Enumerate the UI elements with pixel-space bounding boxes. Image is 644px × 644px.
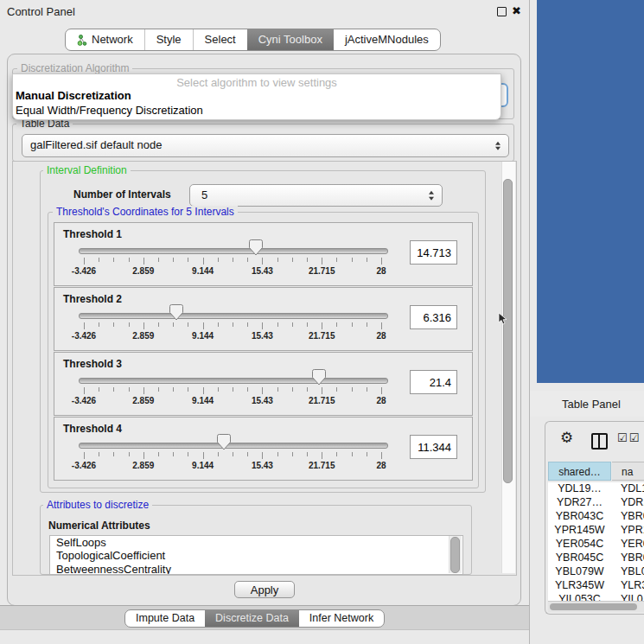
slider-tick — [188, 387, 188, 392]
table-row[interactable]: YBL079WYBL0 — [548, 565, 644, 579]
slider-track[interactable] — [79, 313, 388, 319]
slider-tick — [218, 258, 219, 262]
thresholds-group-label: Threshold's Coordinates for 5 Intervals — [53, 206, 238, 218]
slider-tick — [292, 322, 293, 327]
top-tab-bar: NetworkStyleSelectCyni ToolboxjActiveMNo… — [65, 29, 441, 51]
num-intervals-spinner[interactable]: 5 — [189, 184, 443, 207]
numerical-attributes-list[interactable]: SelfLoopsTopologicalCoefficientBetweenne… — [49, 535, 463, 575]
slider-track[interactable] — [79, 248, 388, 254]
slider-tick — [158, 258, 159, 262]
slider-tick-label: -3.426 — [58, 266, 110, 276]
slider-handle[interactable] — [217, 434, 231, 450]
cell-shared-name: YER054C — [548, 538, 611, 552]
column-header-shared-name[interactable]: shared… — [548, 462, 611, 481]
slider-tick — [203, 387, 204, 394]
apply-button[interactable]: Apply — [234, 581, 295, 598]
slider-tick — [99, 452, 99, 456]
slider-tick — [84, 322, 85, 329]
table-row[interactable]: YER054CYER0 — [548, 538, 644, 552]
settings-scrollbar-thumb[interactable] — [503, 179, 513, 483]
tab-select[interactable]: Select — [193, 29, 247, 50]
slider-tick — [307, 258, 308, 262]
tab-cyni-toolbox[interactable]: Cyni Toolbox — [247, 29, 334, 50]
slider-tick — [99, 322, 99, 327]
gear-icon[interactable]: ⚙ — [560, 429, 573, 446]
slider-handle[interactable] — [312, 369, 326, 386]
algorithm-group-label: Discretization Algorithm — [17, 62, 132, 74]
slider-tick — [367, 258, 367, 262]
table-row[interactable]: YLR345WYLR3 — [548, 579, 644, 593]
table-row[interactable]: YDR27…YDR2 — [548, 496, 644, 510]
tab-style[interactable]: Style — [144, 29, 193, 50]
threshold-value-field[interactable]: 6.316 — [410, 305, 457, 329]
slider-tick — [292, 452, 293, 456]
slider-tick — [381, 387, 382, 394]
slider-tick — [143, 322, 144, 329]
tab-network[interactable]: Network — [66, 29, 144, 50]
slider-tick — [143, 387, 144, 394]
float-window-icon[interactable] — [497, 7, 507, 16]
cell-name: YBR0 — [611, 510, 644, 524]
attribute-item-selfloops[interactable]: SelfLoops — [50, 536, 462, 549]
table-row[interactable]: YDL19…YDL1 — [548, 482, 644, 496]
threshold-value-field[interactable]: 14.713 — [410, 240, 457, 265]
slider-tick — [173, 322, 174, 327]
dropdown-option-manual-discretization[interactable]: Manual Discretization — [16, 89, 131, 102]
slider-tick — [247, 452, 248, 456]
attribute-item-topologicalcoefficient[interactable]: TopologicalCoefficient — [50, 549, 462, 562]
tab-discretize-data[interactable]: Discretize Data — [205, 610, 299, 627]
cell-shared-name: YDL19… — [548, 482, 611, 496]
table-hscrollbar-track[interactable] — [548, 601, 644, 612]
threshold-value-field[interactable]: 21.4 — [410, 370, 457, 394]
slider-tick — [233, 322, 233, 327]
table-panel-titlebar: Table Panel — [530, 391, 644, 417]
slider-tick — [84, 387, 85, 394]
table-row[interactable]: YBR045CYBR0 — [548, 552, 644, 565]
cell-name: YIL0 — [611, 593, 643, 601]
cell-name: YBR0 — [611, 552, 644, 565]
slider-tick — [113, 258, 114, 262]
slider-tick — [292, 387, 293, 392]
slider-tick-label: 21.715 — [296, 461, 348, 470]
dropdown-option-equal-width-frequency-discretization[interactable]: Equal Width/Frequency Discretization — [16, 104, 203, 117]
slider-track[interactable] — [79, 378, 388, 384]
attr-list-scrollbar-thumb[interactable] — [450, 537, 460, 573]
slider-tick — [277, 258, 278, 262]
table-row[interactable]: YIL053CYIL0 — [548, 593, 644, 601]
checkbox-filter-icons[interactable]: ☑☑ — [617, 431, 641, 444]
slider-tick-label: 21.715 — [296, 266, 348, 276]
table-row[interactable]: YPR145WYPR1 — [548, 524, 644, 538]
tab-jactivemnodules[interactable]: jActiveMNodules — [334, 29, 440, 50]
table-row[interactable]: YBR043CYBR0 — [548, 510, 644, 524]
columns-icon[interactable] — [591, 433, 608, 450]
slider-handle[interactable] — [169, 304, 183, 321]
network-icon — [77, 35, 87, 46]
slider-tick — [352, 387, 353, 392]
slider-tick — [99, 387, 99, 392]
slider-tick — [247, 387, 248, 392]
column-header-name[interactable]: na — [612, 462, 644, 481]
cell-name: YDL1 — [611, 482, 644, 496]
tab-infer-network[interactable]: Infer Network — [299, 610, 384, 627]
tab-label: Network — [92, 29, 133, 50]
slider-tick-label: 2.859 — [118, 396, 169, 405]
slider-tick — [188, 322, 188, 327]
slider-tick-label: 15.43 — [236, 396, 288, 405]
tab-impute-data[interactable]: Impute Data — [125, 610, 205, 627]
slider-tick — [352, 322, 353, 327]
attribute-item-betweennesscentrality[interactable]: BetweennessCentrality — [50, 563, 462, 575]
cell-shared-name: YLR345W — [548, 579, 611, 593]
threshold-label: Threshold 1 — [63, 228, 122, 240]
slider-handle[interactable] — [249, 239, 263, 256]
slider-tick — [173, 452, 174, 456]
control-panel-titlebar: Control Panel ✖ — [0, 0, 529, 23]
slider-track[interactable] — [79, 443, 388, 449]
threshold-value-field[interactable]: 11.344 — [410, 435, 457, 459]
slider-tick — [262, 387, 263, 394]
tab-label: Cyni Toolbox — [258, 29, 322, 50]
slider-tick — [352, 258, 353, 262]
slider-tick — [203, 322, 204, 329]
table-hscrollbar-thumb[interactable] — [550, 603, 637, 610]
close-icon[interactable]: ✖ — [512, 4, 521, 17]
table-data-combobox[interactable]: galFiltered.sif default node — [22, 134, 509, 157]
